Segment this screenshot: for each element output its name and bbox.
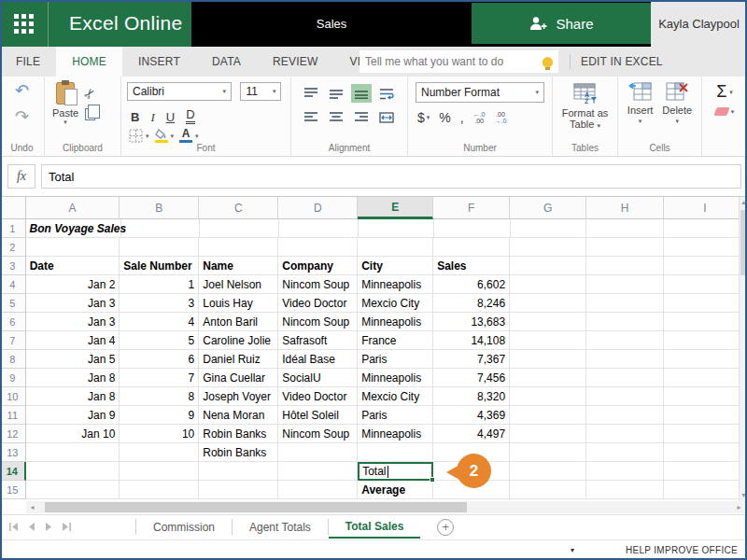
align-right-button[interactable] — [351, 108, 372, 127]
row-header-14[interactable]: 14 — [0, 462, 26, 481]
cell-H8[interactable] — [586, 350, 664, 369]
cell-A13[interactable] — [26, 443, 120, 462]
cell-C6[interactable]: Anton Baril — [199, 313, 278, 331]
column-header-B[interactable]: B — [120, 197, 199, 219]
undo-button[interactable]: ↶ — [15, 82, 29, 99]
cell-A15[interactable] — [26, 481, 120, 499]
prev-sheet-button[interactable] — [28, 523, 35, 531]
cell-D7[interactable]: Safrasoft — [278, 331, 358, 350]
cell-B2[interactable] — [120, 238, 199, 257]
cell-A4[interactable]: Jan 2 — [26, 275, 120, 294]
scroll-up-arrow[interactable]: ▲ — [740, 197, 747, 208]
cell-G10[interactable] — [510, 387, 586, 406]
cell-I11[interactable] — [664, 406, 747, 425]
cell-A10[interactable]: Jan 8 — [26, 387, 120, 406]
cell-H7[interactable] — [586, 331, 664, 350]
cell-D4[interactable]: Nincom Soup — [278, 275, 358, 294]
cell-H4[interactable] — [586, 275, 664, 294]
align-center-button[interactable] — [326, 108, 346, 127]
cell-A5[interactable]: Jan 3 — [26, 294, 120, 313]
help-improve-office-link[interactable]: HELP IMPROVE OFFICE — [626, 545, 738, 555]
cell-A2[interactable] — [26, 238, 120, 257]
add-sheet-button[interactable]: + — [437, 519, 454, 536]
cell-B1[interactable] — [121, 219, 201, 238]
cell-A7[interactable]: Jan 4 — [26, 331, 120, 350]
clear-button[interactable]: ▾ — [715, 107, 735, 116]
percent-button[interactable]: % — [439, 110, 450, 125]
cell-D3[interactable]: Company — [278, 257, 358, 275]
align-middle-button[interactable] — [326, 84, 346, 103]
cell-E8[interactable]: Paris — [358, 350, 433, 369]
cell-B8[interactable]: 6 — [120, 350, 199, 369]
cell-E7[interactable]: France — [358, 331, 433, 350]
cell-C10[interactable]: Joseph Voyer — [199, 387, 278, 406]
cell-D1[interactable] — [279, 219, 359, 238]
autosum-button[interactable]: Σ▾ — [716, 82, 733, 102]
cell-C3[interactable]: Name — [199, 257, 278, 275]
cell-F10[interactable]: 8,320 — [433, 387, 510, 406]
row-header-2[interactable]: 2 — [0, 238, 26, 257]
cell-C5[interactable]: Louis Hay — [199, 294, 278, 313]
merge-center-button[interactable] — [376, 108, 397, 127]
column-header-A[interactable]: A — [26, 197, 120, 219]
tab-review[interactable]: REVIEW — [257, 47, 334, 77]
cell-A12[interactable]: Jan 10 — [26, 425, 120, 443]
cell-B11[interactable]: 9 — [120, 406, 199, 425]
select-all-corner[interactable] — [0, 197, 26, 219]
row-header-5[interactable]: 5 — [0, 294, 26, 313]
cell-I15[interactable] — [664, 481, 747, 499]
cell-I9[interactable] — [664, 369, 747, 387]
redo-button[interactable]: ↷ — [15, 108, 29, 125]
row-header-9[interactable]: 9 — [0, 369, 26, 387]
cell-B12[interactable]: 10 — [120, 425, 199, 443]
cell-G5[interactable] — [510, 294, 586, 313]
cell-F9[interactable]: 7,456 — [433, 369, 510, 387]
cell-H6[interactable] — [586, 313, 664, 331]
cell-D11[interactable]: Hôtel Soleil — [278, 406, 358, 425]
cell-B7[interactable]: 5 — [120, 331, 199, 350]
account-user[interactable]: Kayla Claypool — [651, 0, 747, 47]
comma-style-button[interactable]: , — [460, 110, 464, 125]
formula-input[interactable]: Total — [41, 164, 741, 189]
cell-G14[interactable] — [510, 462, 586, 481]
cell-I8[interactable] — [664, 350, 747, 369]
wrap-text-button[interactable] — [376, 84, 397, 103]
currency-button[interactable]: $▾ — [417, 110, 430, 125]
cell-F3[interactable]: Sales — [433, 257, 510, 275]
cell-A6[interactable]: Jan 3 — [26, 313, 120, 331]
cell-C9[interactable]: Gina Cuellar — [199, 369, 278, 387]
cell-D12[interactable]: Nincom Soup — [278, 425, 358, 443]
cell-G3[interactable] — [510, 257, 586, 275]
cell-A8[interactable]: Jan 5 — [26, 350, 120, 369]
format-as-table-button[interactable]: Format as Table ▾ — [553, 107, 617, 132]
cell-B4[interactable]: 1 — [120, 275, 199, 294]
cell-G9[interactable] — [510, 369, 586, 387]
double-underline-button[interactable]: D — [186, 107, 194, 124]
cell-B3[interactable]: Sale Number — [120, 257, 199, 275]
sheet-tab-commission[interactable]: Commission — [136, 515, 232, 539]
row-header-11[interactable]: 11 — [0, 406, 26, 425]
share-button[interactable]: Share — [472, 3, 651, 44]
cell-I12[interactable] — [664, 425, 747, 443]
row-header-10[interactable]: 10 — [0, 387, 26, 406]
cell-E3[interactable]: City — [358, 257, 433, 275]
cell-H3[interactable] — [586, 257, 664, 275]
cell-G1[interactable] — [511, 219, 587, 238]
cell-C8[interactable]: Daniel Ruiz — [199, 350, 278, 369]
cell-H12[interactable] — [586, 425, 664, 443]
cell-G6[interactable] — [510, 313, 586, 331]
underline-button[interactable]: U — [166, 110, 175, 124]
cell-E13[interactable] — [358, 443, 433, 462]
cell-I5[interactable] — [664, 294, 747, 313]
cell-C14[interactable] — [199, 462, 278, 481]
cell-D15[interactable] — [278, 481, 358, 499]
cell-G11[interactable] — [510, 406, 586, 425]
cell-A9[interactable]: Jan 8 — [26, 369, 120, 387]
cell-H5[interactable] — [586, 294, 664, 313]
cell-I4[interactable] — [664, 275, 747, 294]
cell-D5[interactable]: Video Doctor — [278, 294, 358, 313]
cell-H10[interactable] — [586, 387, 664, 406]
cell-E10[interactable]: Mexcio City — [358, 387, 433, 406]
cell-E9[interactable]: Minneapolis — [358, 369, 433, 387]
cell-C7[interactable]: Caroline Jolie — [199, 331, 278, 350]
